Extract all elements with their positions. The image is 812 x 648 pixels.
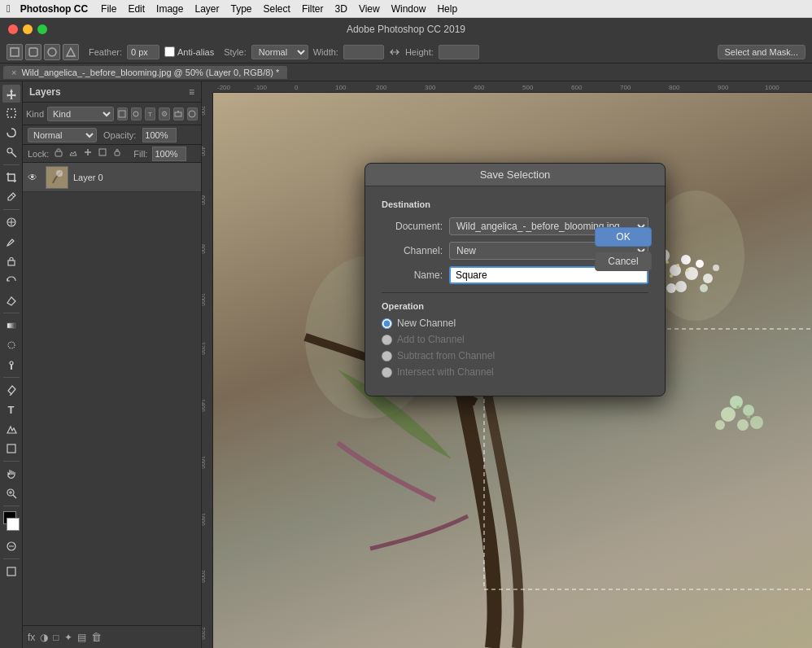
new-group-button[interactable]: □ xyxy=(53,632,59,643)
lock-transparent-icon[interactable] xyxy=(54,147,63,160)
subtract-channel-radio[interactable] xyxy=(382,351,392,361)
menu-type[interactable]: Type xyxy=(231,3,252,15)
svg-point-72 xyxy=(666,283,676,293)
layer-item[interactable]: 👁 Layer 0 xyxy=(23,163,201,192)
add-effect-button[interactable]: fx xyxy=(28,632,35,643)
new-layer-button[interactable]: ▤ xyxy=(77,632,86,643)
svg-text:700: 700 xyxy=(620,84,631,91)
text-tool[interactable]: T xyxy=(2,401,20,418)
filter-icon1[interactable] xyxy=(117,107,128,120)
add-mask-button[interactable]: ◑ xyxy=(40,632,48,643)
blend-mode-row: Normal Opacity: xyxy=(23,125,201,145)
anti-alias-label: Anti-alias xyxy=(177,47,214,57)
menu-help[interactable]: Help xyxy=(437,3,457,15)
menu-view[interactable]: View xyxy=(359,3,380,15)
anti-alias-checkbox[interactable]: Anti-alias xyxy=(164,46,214,57)
menu-window[interactable]: Window xyxy=(391,3,426,15)
layers-panel-menu-icon[interactable]: ≡ xyxy=(189,86,194,98)
fill-input[interactable] xyxy=(152,147,186,161)
layer-visibility-icon[interactable]: 👁 xyxy=(28,172,41,183)
menu-file[interactable]: File xyxy=(101,3,116,15)
svg-text:600: 600 xyxy=(202,195,206,205)
eraser-tool[interactable] xyxy=(2,291,20,309)
eyedropper-tool[interactable] xyxy=(2,188,20,206)
separator2 xyxy=(3,209,20,210)
select-and-mask-button[interactable]: Select and Mask... xyxy=(718,45,806,59)
height-input[interactable] xyxy=(439,45,479,59)
tool-preset2-icon[interactable] xyxy=(25,44,41,60)
menu-filter[interactable]: Filter xyxy=(302,3,324,15)
menu-items: File Edit Image Layer Type Select Filter… xyxy=(101,3,457,15)
filter-toggle[interactable] xyxy=(187,107,198,120)
minimize-button[interactable] xyxy=(23,24,33,34)
document-tab-item[interactable]: × Wild_angelica_-_before_blooming.jpg @ … xyxy=(3,66,287,79)
filter-icon4[interactable]: ⚙ xyxy=(159,107,169,120)
height-label: Height: xyxy=(405,47,434,57)
menu-layer[interactable]: Layer xyxy=(194,3,219,15)
feather-input[interactable] xyxy=(127,45,159,59)
filter-icon5[interactable] xyxy=(173,107,184,120)
intersect-channel-radio[interactable] xyxy=(382,367,392,378)
hand-tool[interactable] xyxy=(2,465,20,483)
svg-point-77 xyxy=(700,284,708,292)
path-select-tool[interactable] xyxy=(2,420,20,438)
brush-tool[interactable] xyxy=(2,233,20,251)
cancel-button[interactable]: Cancel xyxy=(595,252,652,271)
opacity-input[interactable] xyxy=(142,128,177,142)
add-to-channel-radio[interactable] xyxy=(382,335,392,345)
ok-button[interactable]: OK xyxy=(595,227,652,247)
channel-label: Channel: xyxy=(382,245,443,256)
screen-mode-tool[interactable] xyxy=(2,563,20,580)
close-button[interactable] xyxy=(8,24,18,34)
svg-point-15 xyxy=(10,361,13,365)
zoom-tool[interactable] xyxy=(2,484,20,502)
magic-wand-tool[interactable] xyxy=(2,143,20,161)
select-tool[interactable] xyxy=(2,104,20,122)
options-bar: Feather: Anti-alias Style: Normal Width:… xyxy=(0,41,812,63)
lock-artboard-icon[interactable] xyxy=(98,147,107,160)
lock-position-icon[interactable] xyxy=(83,147,93,160)
delete-layer-button[interactable]: 🗑 xyxy=(91,631,102,643)
width-input[interactable] xyxy=(343,45,384,59)
layers-panel: Layers ≡ Kind Kind T ⚙ xyxy=(23,81,202,648)
separator3 xyxy=(3,313,20,313)
swap-icon[interactable] xyxy=(389,46,400,58)
save-selection-dialog[interactable]: Save Selection OK Cancel Destination Doc… xyxy=(365,163,666,396)
stamp-tool[interactable] xyxy=(2,252,20,270)
filter-icon2[interactable] xyxy=(131,107,142,120)
kind-label: Kind xyxy=(26,109,44,119)
lock-all-icon[interactable] xyxy=(112,147,122,160)
dodge-tool[interactable] xyxy=(2,356,20,374)
blur-tool[interactable] xyxy=(2,336,20,354)
document-tab-close-icon[interactable]: × xyxy=(11,68,16,77)
move-tool[interactable] xyxy=(2,85,20,103)
menu-select[interactable]: Select xyxy=(264,3,290,15)
menu-3d[interactable]: 3D xyxy=(335,3,347,15)
svg-text:-100: -100 xyxy=(254,84,268,91)
blend-mode-select[interactable]: Normal xyxy=(28,128,97,142)
new-channel-radio[interactable] xyxy=(382,318,392,329)
filter-icon3[interactable]: T xyxy=(145,107,155,120)
healing-tool[interactable] xyxy=(2,213,20,231)
menu-image[interactable]: Image xyxy=(156,3,183,15)
maximize-button[interactable] xyxy=(37,24,47,34)
gradient-tool[interactable] xyxy=(2,317,20,335)
shape-tool[interactable] xyxy=(2,440,20,458)
crop-tool[interactable] xyxy=(2,169,20,186)
lasso-tool[interactable] xyxy=(2,124,20,142)
lock-image-icon[interactable] xyxy=(68,147,78,160)
tool-preset4-icon[interactable] xyxy=(63,44,79,60)
menu-edit[interactable]: Edit xyxy=(128,3,145,15)
adjustment-layer-button[interactable]: ✦ xyxy=(64,632,72,643)
quick-mask-tool[interactable] xyxy=(2,537,20,555)
layers-panel-title: Layers xyxy=(29,86,61,98)
background-color[interactable] xyxy=(7,518,20,531)
tool-preset3-icon[interactable] xyxy=(44,44,60,60)
tool-preset-icon[interactable] xyxy=(7,44,23,60)
kind-filter-select[interactable]: Kind xyxy=(47,107,114,121)
pen-tool[interactable] xyxy=(2,381,20,399)
history-tool[interactable] xyxy=(2,272,20,290)
operation-section-title: Operation xyxy=(382,301,648,311)
style-select[interactable]: Normal xyxy=(251,45,308,59)
main-area: T Layers ≡ xyxy=(0,81,812,648)
